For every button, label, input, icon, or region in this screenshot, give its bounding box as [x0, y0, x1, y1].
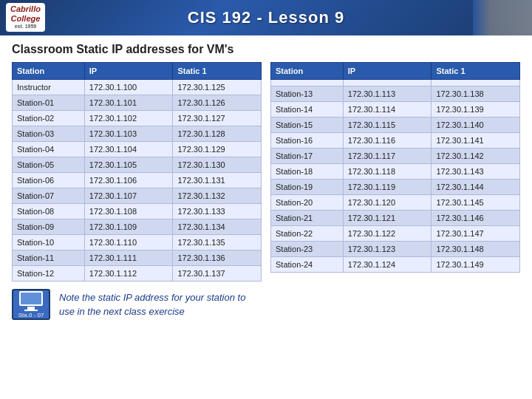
- lesson-title: CIS 192 - Lesson 9: [188, 8, 344, 27]
- table-cell: 172.30.1.139: [432, 102, 520, 117]
- table-row: Station-17172.30.1.117172.30.1.142: [271, 149, 520, 164]
- table-cell: 172.30.1.104: [84, 142, 173, 157]
- table-cell: 172.30.1.124: [343, 257, 432, 273]
- table-cell: Station-21: [271, 211, 344, 226]
- table-row: Station-12172.30.1.112172.30.1.137: [13, 266, 262, 282]
- table-cell: 172.30.1.140: [432, 117, 520, 133]
- table-cell: 172.30.1.107: [84, 188, 173, 204]
- table-cell: Station-19: [271, 180, 344, 195]
- table-cell: Station-14: [271, 102, 344, 117]
- table-row: Station-10172.30.1.110172.30.1.135: [13, 235, 262, 250]
- table-cell: Station-04: [13, 142, 85, 157]
- table-cell: 172.30.1.127: [173, 111, 262, 126]
- table-row: Station-23172.30.1.123172.30.1.148: [271, 242, 520, 257]
- table-cell: Station-17: [271, 149, 344, 164]
- table-cell: 172.30.1.141: [432, 133, 520, 149]
- table-cell: Station-13: [271, 86, 344, 102]
- footer-line2: use in the next class exercise: [59, 306, 185, 317]
- table-cell: Station-22: [271, 226, 344, 242]
- table-cell: 172.30.1.129: [173, 142, 262, 157]
- table-cell: 172.30.1.121: [343, 211, 432, 226]
- table-cell: Station-10: [13, 235, 85, 250]
- table-cell: Station-24: [271, 257, 344, 273]
- table-cell: 172.30.1.125: [173, 80, 262, 95]
- table-cell: Station-08: [13, 204, 85, 219]
- table-row: Station-09172.30.1.109172.30.1.134: [13, 219, 262, 235]
- station-icon: Sta.0 - 07: [12, 289, 50, 320]
- table-row: Station-16172.30.1.116172.30.1.141: [271, 133, 520, 149]
- table-row: Station-05172.30.1.105172.30.1.130: [13, 157, 262, 173]
- table-row: Station-24172.30.1.124172.30.1.149: [271, 257, 520, 273]
- table-cell: 172.30.1.132: [173, 188, 262, 204]
- table-row: Station-22172.30.1.122172.30.1.147: [271, 226, 520, 242]
- table-cell: 172.30.1.131: [173, 173, 262, 188]
- table-cell: 172.30.1.102: [84, 111, 173, 126]
- right-col-station: Station: [271, 63, 344, 80]
- table-cell: Station-23: [271, 242, 344, 257]
- table-row: Station-08172.30.1.108172.30.1.133: [13, 204, 262, 219]
- table-row: Station-21172.30.1.121172.30.1.146: [271, 211, 520, 226]
- table-row: Station-20172.30.1.120172.30.1.145: [271, 195, 520, 211]
- right-col-static1: Static 1: [432, 63, 520, 80]
- table-cell: Station-15: [271, 117, 344, 133]
- left-col-station: Station: [13, 63, 85, 80]
- page-title: Classroom Static IP addresses for VM's: [0, 35, 532, 62]
- college-logo: CabrilloCollege est. 1959: [6, 3, 45, 32]
- monitor-icon: [19, 291, 43, 306]
- table-row: Station-06172.30.1.106172.30.1.131: [13, 173, 262, 188]
- icon-label: Sta.0 - 07: [18, 312, 44, 318]
- table-cell: 172.30.1.134: [173, 219, 262, 235]
- left-table-wrapper: Station IP Static 1 Instructor172.30.1.1…: [12, 62, 262, 282]
- right-col-ip: IP: [343, 63, 432, 80]
- table-cell: 172.30.1.100: [84, 80, 173, 95]
- table-cell: 172.30.1.145: [432, 195, 520, 211]
- right-table: Station IP Static 1 Station-13172.30.1.1…: [270, 62, 520, 273]
- table-cell: 172.30.1.123: [343, 242, 432, 257]
- table-row: Instructor172.30.1.100172.30.1.125: [13, 80, 262, 95]
- table-cell: 172.30.1.126: [173, 95, 262, 111]
- table-cell: Station-05: [13, 157, 85, 173]
- table-row: Station-02172.30.1.102172.30.1.127: [13, 111, 262, 126]
- table-cell: 172.30.1.117: [343, 149, 432, 164]
- table-cell: Station-16: [271, 133, 344, 149]
- table-cell: 172.30.1.138: [432, 86, 520, 102]
- table-row: Station-01172.30.1.101172.30.1.126: [13, 95, 262, 111]
- table-row: Station-11172.30.1.111172.30.1.136: [13, 250, 262, 266]
- header-decoration: [473, 0, 532, 35]
- base-icon: [24, 310, 38, 311]
- table-cell: 172.30.1.147: [432, 226, 520, 242]
- left-table: Station IP Static 1 Instructor172.30.1.1…: [12, 62, 262, 282]
- table-cell: Station-02: [13, 111, 85, 126]
- table-row: Station-04172.30.1.104172.30.1.129: [13, 142, 262, 157]
- table-cell: Station-12: [13, 266, 85, 282]
- table-cell: 172.30.1.148: [432, 242, 520, 257]
- footer-text: Note the static IP address for your stat…: [59, 290, 245, 319]
- table-cell: 172.30.1.142: [432, 149, 520, 164]
- table-cell: Station-18: [271, 164, 344, 180]
- table-row: Station-19172.30.1.119172.30.1.144: [271, 180, 520, 195]
- table-cell: Station-07: [13, 188, 85, 204]
- table-cell: 172.30.1.137: [173, 266, 262, 282]
- table-cell: 172.30.1.119: [343, 180, 432, 195]
- table-cell: 172.30.1.130: [173, 157, 262, 173]
- table-cell: Station-06: [13, 173, 85, 188]
- table-cell: Instructor: [13, 80, 85, 95]
- table-cell: 172.30.1.128: [173, 126, 262, 142]
- table-row: Station-18172.30.1.118172.30.1.143: [271, 164, 520, 180]
- footer-note: Sta.0 - 07 Note the static IP address fo…: [0, 282, 532, 320]
- right-table-wrapper: Station IP Static 1 Station-13172.30.1.1…: [270, 62, 520, 282]
- table-cell: 172.30.1.101: [84, 95, 173, 111]
- table-row: Station-03172.30.1.103172.30.1.128: [13, 126, 262, 142]
- table-cell: Station-03: [13, 126, 85, 142]
- table-cell: 172.30.1.122: [343, 226, 432, 242]
- table-cell: 172.30.1.110: [84, 235, 173, 250]
- table-cell: Station-09: [13, 219, 85, 235]
- table-cell: [343, 80, 432, 86]
- table-cell: [432, 80, 520, 86]
- table-cell: 172.30.1.106: [84, 173, 173, 188]
- table-cell: 172.30.1.111: [84, 250, 173, 266]
- table-row: Station-15172.30.1.115172.30.1.140: [271, 117, 520, 133]
- table-cell: 172.30.1.105: [84, 157, 173, 173]
- table-row: Station-14172.30.1.114172.30.1.139: [271, 102, 520, 117]
- main-content: Station IP Static 1 Instructor172.30.1.1…: [0, 62, 532, 282]
